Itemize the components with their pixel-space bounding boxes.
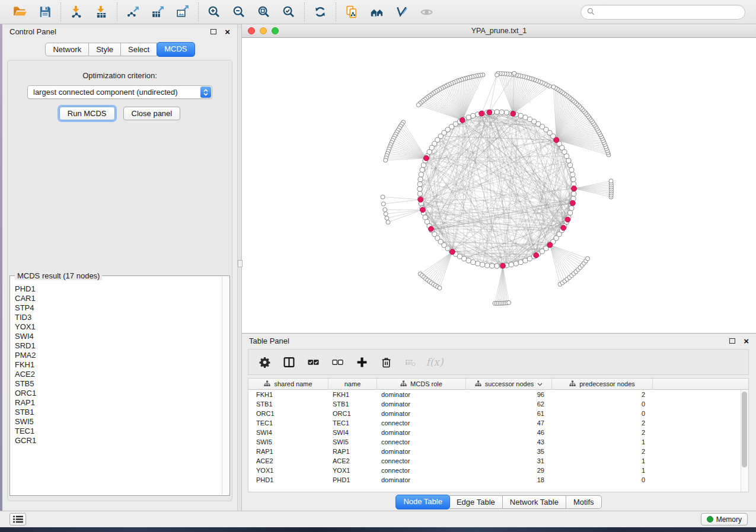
mcds-result-item[interactable]: PMA2 xyxy=(15,351,222,360)
tab-network[interactable]: Network xyxy=(45,43,89,56)
close-panel-icon[interactable]: × xyxy=(225,29,230,35)
close-table-panel-icon[interactable]: × xyxy=(744,338,749,344)
show-columns-icon[interactable] xyxy=(283,356,295,368)
import-network-icon[interactable] xyxy=(69,4,84,20)
optimization-criterion-select[interactable]: largest connected component (undirected) xyxy=(27,85,212,99)
tab-select[interactable]: Select xyxy=(121,43,157,56)
table-row[interactable]: SWI5SWI5connector431 xyxy=(248,437,748,447)
column-header-name[interactable]: name xyxy=(328,379,377,389)
cell-shared_name: TEC1 xyxy=(248,419,328,427)
close-panel-button[interactable]: Close panel xyxy=(123,107,181,120)
cell-shared_name: ORC1 xyxy=(248,410,328,417)
table-row[interactable]: YOX1YOX1connector291 xyxy=(248,466,748,475)
table-row[interactable]: RAP1RAP1dominator352 xyxy=(248,447,748,456)
mcds-result-item[interactable]: FKH1 xyxy=(15,360,222,370)
open-folder-icon[interactable] xyxy=(12,4,28,20)
mcds-result-item[interactable]: PHD1 xyxy=(15,284,222,294)
network-canvas[interactable] xyxy=(242,38,756,333)
mcds-result-item[interactable]: ACE2 xyxy=(15,370,222,379)
panel-menu-button[interactable] xyxy=(9,513,26,525)
mcds-result-item[interactable]: STB5 xyxy=(15,379,222,389)
select-all-rows-icon[interactable] xyxy=(307,356,319,368)
zoom-in-icon[interactable] xyxy=(206,4,222,20)
tab-motifs[interactable]: Motifs xyxy=(566,495,602,509)
mcds-node xyxy=(561,225,566,230)
cell-predecessor_nodes: 0 xyxy=(552,410,653,417)
mcds-result-item[interactable]: CAR1 xyxy=(15,294,222,303)
table-scrollbar-thumb[interactable] xyxy=(742,392,747,467)
cell-successor_nodes: 18 xyxy=(466,476,552,483)
network-node xyxy=(518,113,523,118)
table-scrollbar[interactable] xyxy=(741,390,748,492)
zoom-out-icon[interactable] xyxy=(231,4,247,20)
export-image-icon[interactable] xyxy=(175,4,190,20)
cell-successor_nodes: 47 xyxy=(466,419,552,427)
table-settings-gear-icon[interactable] xyxy=(259,356,270,368)
mcds-result-item[interactable]: ORC1 xyxy=(15,389,222,398)
mcds-result-item[interactable]: SRD1 xyxy=(15,341,222,351)
run-mcds-button[interactable]: Run MCDS xyxy=(59,107,115,120)
memory-button[interactable]: Memory xyxy=(701,513,748,525)
mcds-result-item[interactable]: YOX1 xyxy=(15,322,222,332)
mcds-result-item[interactable]: STB1 xyxy=(15,408,222,417)
cell-mcds_role: connector xyxy=(377,467,466,474)
add-column-icon[interactable] xyxy=(356,356,368,368)
mcds-result-item[interactable]: STP4 xyxy=(15,303,222,313)
divider-grip[interactable] xyxy=(238,260,243,267)
column-header-shared-name[interactable]: shared name xyxy=(248,379,328,389)
main-area: Control Panel × NetworkStyleSelectMCDS O… xyxy=(0,24,756,511)
search-box[interactable] xyxy=(580,5,745,20)
column-header-mcds-role[interactable]: MCDS role xyxy=(377,379,466,389)
mcds-result-scrollbar[interactable] xyxy=(222,277,229,495)
mcds-result-item[interactable]: SWI4 xyxy=(15,332,222,341)
mcds-result-item[interactable]: TID3 xyxy=(15,313,222,322)
tab-mcds[interactable]: MCDS xyxy=(157,42,194,57)
network-overview-icon[interactable] xyxy=(369,4,384,20)
tab-edge-table[interactable]: Edge Table xyxy=(449,495,503,509)
export-table-icon[interactable] xyxy=(150,4,165,20)
mcds-result-item[interactable]: RAP1 xyxy=(15,398,222,408)
table-row[interactable]: PHD1PHD1dominator180 xyxy=(248,475,748,485)
cell-mcds_role: connector xyxy=(377,457,466,464)
float-table-panel-icon[interactable] xyxy=(729,338,735,344)
memory-button-label: Memory xyxy=(716,515,742,524)
panel-split-divider[interactable] xyxy=(237,24,242,511)
mcds-result-item[interactable]: SWI5 xyxy=(15,417,222,427)
tab-style[interactable]: Style xyxy=(89,43,121,56)
column-header-predecessor-nodes[interactable]: predecessor nodes xyxy=(552,379,653,389)
delete-column-icon[interactable] xyxy=(380,356,392,368)
table-row[interactable]: FKH1FKH1dominator962 xyxy=(248,390,748,399)
cell-mcds_role: dominator xyxy=(377,429,466,436)
network-node xyxy=(480,262,485,267)
network-node xyxy=(569,168,574,172)
cell-name: FKH1 xyxy=(328,391,377,398)
mcds-result-item[interactable]: GCR1 xyxy=(15,436,222,446)
cell-mcds_role: dominator xyxy=(377,410,466,417)
zoom-selected-icon[interactable] xyxy=(281,4,296,20)
refresh-layout-icon[interactable] xyxy=(312,4,328,20)
table-row[interactable]: STB1STB1dominator620 xyxy=(248,399,748,409)
table-row[interactable]: ORC1ORC1dominator610 xyxy=(248,409,748,418)
table-row[interactable]: ACE2ACE2connector311 xyxy=(248,456,748,466)
cell-successor_nodes: 43 xyxy=(466,438,552,446)
search-input[interactable] xyxy=(598,8,739,17)
style-flag-icon[interactable] xyxy=(394,4,409,20)
column-header-successor-nodes[interactable]: successor nodes xyxy=(466,379,552,389)
deselect-all-rows-icon[interactable] xyxy=(331,356,343,368)
mcds-result-list[interactable]: PHD1CAR1STP4TID3YOX1SWI4SRD1PMA2FKH1ACE2… xyxy=(11,277,222,495)
mcds-result-item[interactable]: TEC1 xyxy=(15,427,222,436)
clone-network-icon[interactable] xyxy=(344,4,359,20)
tab-node-table[interactable]: Node Table xyxy=(395,495,450,509)
float-panel-icon[interactable] xyxy=(210,29,216,34)
import-table-icon[interactable] xyxy=(94,4,109,20)
optimization-criterion-value: largest connected component (undirected) xyxy=(28,88,200,97)
table-row[interactable]: TEC1TEC1connector472 xyxy=(248,418,748,428)
cell-shared_name: FKH1 xyxy=(248,391,328,398)
tab-network-table[interactable]: Network Table xyxy=(503,495,566,509)
shared-column-icon xyxy=(569,380,576,388)
zoom-fit-icon[interactable] xyxy=(256,4,272,20)
save-session-icon[interactable] xyxy=(37,4,53,20)
export-network-icon[interactable] xyxy=(125,4,141,20)
network-node xyxy=(527,117,532,121)
table-row[interactable]: SWI4SWI4dominator462 xyxy=(248,428,748,437)
